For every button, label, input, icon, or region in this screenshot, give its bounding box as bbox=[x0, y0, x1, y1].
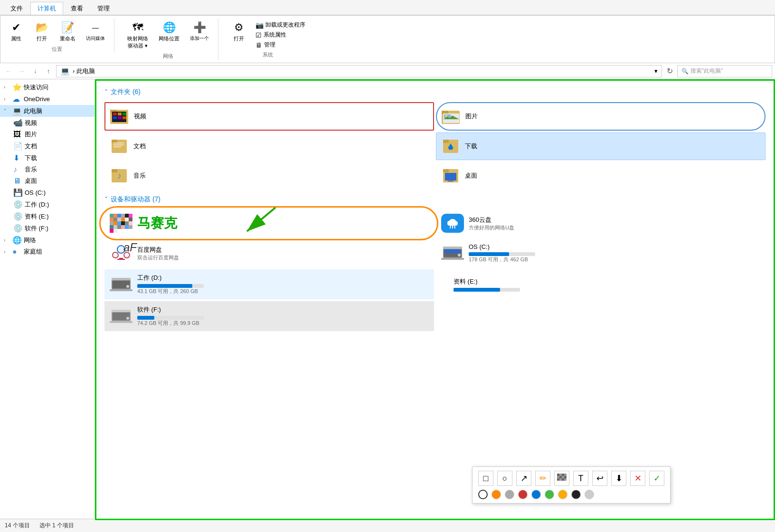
svg-rect-89 bbox=[559, 478, 562, 481]
svg-rect-3 bbox=[113, 113, 117, 115]
sidebar-item-pictures[interactable]: 🖼 图片 bbox=[0, 129, 95, 140]
svg-rect-40 bbox=[113, 218, 117, 221]
mosaic-tool-btn[interactable] bbox=[554, 471, 569, 486]
drive-item-baidu[interactable]: 百度网盘 双击运行百度网盘 bbox=[104, 239, 434, 267]
tab-manage[interactable]: 管理 bbox=[91, 2, 116, 15]
color-gray[interactable] bbox=[505, 490, 514, 499]
ribbon-btn-open-settings[interactable]: ⚙ 打开 bbox=[228, 19, 250, 44]
drive-item-masaike[interactable]: 马赛克 bbox=[104, 209, 434, 237]
ribbon: 文件 计算机 查看 管理 ✔ 属性 📂 打开 📝 重命名 bbox=[0, 0, 775, 63]
nav-parent[interactable]: ↑ bbox=[43, 66, 54, 77]
nav-back[interactable]: ← bbox=[3, 66, 14, 77]
ribbon-tabs-bar: 文件 计算机 查看 管理 bbox=[0, 0, 775, 15]
download-tool-btn[interactable]: ⬇ bbox=[611, 471, 626, 486]
tab-computer[interactable]: 计算机 bbox=[30, 2, 63, 15]
sidebar-item-software-f[interactable]: 💿 软件 (F:) bbox=[0, 222, 95, 234]
color-red[interactable] bbox=[518, 490, 528, 499]
devices-title: 设备和驱动器 (7) bbox=[111, 195, 161, 204]
svg-rect-50 bbox=[129, 221, 132, 225]
text-tool-btn[interactable]: T bbox=[573, 471, 588, 486]
sidebar-item-quick-access[interactable]: › ⭐ 快速访问 bbox=[0, 81, 95, 93]
arrow-tool-btn[interactable]: ↗ bbox=[516, 471, 531, 486]
color-green[interactable] bbox=[545, 490, 554, 499]
color-blue[interactable] bbox=[531, 490, 541, 499]
pictures-folder-icon: 🖼 bbox=[13, 130, 23, 139]
search-icon: 🔍 bbox=[681, 68, 689, 75]
file-item-music[interactable]: ♪ 音乐 bbox=[104, 162, 434, 190]
svg-rect-68 bbox=[441, 258, 464, 260]
sidebar-item-music[interactable]: ♪ 音乐 bbox=[0, 164, 95, 175]
address-dropdown-icon[interactable]: ▾ bbox=[654, 67, 658, 75]
devices-section-header[interactable]: ˅ 设备和驱动器 (7) bbox=[104, 195, 766, 204]
drive-item-os-c[interactable]: OS (C:) 178 GB 可用，共 462 GB bbox=[436, 239, 766, 267]
ribbon-btn-properties[interactable]: ✔ 属性 bbox=[5, 19, 27, 44]
ribbon-btn-map-drive[interactable]: 🗺 映射网络 驱动器 ▾ bbox=[124, 19, 151, 51]
disk-c-drive-icon bbox=[441, 244, 464, 263]
refresh-button[interactable]: ↻ bbox=[664, 66, 675, 77]
svg-rect-56 bbox=[129, 225, 132, 229]
sidebar-item-desktop[interactable]: 🖥 桌面 bbox=[0, 175, 95, 187]
sidebar-item-downloads[interactable]: ⬇ 下载 bbox=[0, 152, 95, 164]
color-orange[interactable] bbox=[491, 490, 501, 499]
sidebar-label-quick: 快速访问 bbox=[24, 83, 91, 92]
svg-rect-33 bbox=[110, 214, 113, 218]
file-item-documents[interactable]: 文档 bbox=[104, 133, 434, 160]
sidebar-label-downloads: 下载 bbox=[25, 154, 91, 162]
color-yellow[interactable] bbox=[558, 490, 567, 499]
sidebar-item-os-c[interactable]: 💾 OS (C:) bbox=[0, 187, 95, 199]
softf-info: 软件 (F:) 74.2 GB 可用，共 99.9 GB bbox=[137, 305, 429, 327]
svg-rect-52 bbox=[113, 225, 117, 229]
svg-rect-69 bbox=[443, 247, 462, 249]
undo-tool-btn[interactable]: ↩ bbox=[592, 471, 607, 486]
drive-item-work-d[interactable]: 工作 (D:) 43.1 GB 可用，共 260 GB bbox=[104, 269, 434, 299]
color-black[interactable] bbox=[571, 490, 581, 499]
drive-item-360cloud[interactable]: 360云盘 方便好用的网络U盘 bbox=[436, 209, 766, 237]
nav-up[interactable]: ↓ bbox=[29, 66, 41, 77]
ribbon-btn-access-media[interactable]: ― 访问媒体 bbox=[83, 19, 108, 43]
svg-rect-78 bbox=[110, 321, 132, 323]
drive-item-software-f[interactable]: 软件 (F:) 74.2 GB 可用，共 99.9 GB bbox=[104, 301, 434, 331]
drive-item-data-e[interactable]: 资料 (E:) bbox=[436, 269, 766, 299]
folders-section-header[interactable]: ˅ 文件夹 (6) bbox=[104, 88, 766, 96]
ribbon-btn-rename[interactable]: 📝 重命名 bbox=[57, 19, 79, 44]
ribbon-btn-add-location[interactable]: ➕ 添加一个 bbox=[187, 19, 212, 43]
cancel-tool-btn[interactable]: ✕ bbox=[630, 471, 645, 486]
sidebar-item-onedrive[interactable]: › ☁ OneDrive bbox=[0, 93, 95, 105]
sidebar-item-videos[interactable]: 📹 视频 bbox=[0, 117, 95, 129]
file-item-desktop[interactable]: 桌面 bbox=[436, 162, 766, 190]
ribbon-item-uninstall[interactable]: 📷 卸载或更改程序 bbox=[254, 20, 307, 29]
baidu-sub: 双击运行百度网盘 bbox=[137, 254, 429, 261]
svg-rect-8 bbox=[123, 116, 126, 119]
sidebar-item-work-d[interactable]: 💿 工作 (D:) bbox=[0, 199, 95, 210]
ribbon-btn-open[interactable]: 📂 打开 bbox=[31, 19, 53, 44]
pen-tool-btn[interactable]: ✏ bbox=[535, 471, 550, 486]
properties-icon: ✔ bbox=[9, 20, 24, 35]
address-path: 此电脑 bbox=[76, 67, 95, 76]
datae-bar bbox=[454, 288, 500, 292]
nav-forward[interactable]: → bbox=[16, 66, 28, 77]
tab-file[interactable]: 文件 bbox=[4, 2, 29, 15]
sidebar-item-documents[interactable]: 📄 文档 bbox=[0, 140, 95, 152]
sidebar-item-network[interactable]: › 🌐 网络 bbox=[0, 234, 95, 246]
color-white[interactable] bbox=[478, 490, 488, 499]
search-input[interactable]: 🔍 搜索"此电脑" bbox=[677, 65, 772, 77]
ribbon-btn-network-location[interactable]: 🌐 网络位置 bbox=[155, 19, 183, 44]
sidebar-item-this-pc[interactable]: ˅ 💻 此电脑 bbox=[0, 105, 95, 117]
sidebar-item-data-e[interactable]: 💿 资料 (E:) bbox=[0, 210, 95, 222]
ribbon-item-system-props[interactable]: ☑ 系统属性 bbox=[254, 30, 307, 39]
file-item-pictures[interactable]: 图片 bbox=[436, 102, 766, 131]
color-lightgray[interactable] bbox=[585, 490, 594, 499]
ribbon-item-manage[interactable]: 🖥 管理 bbox=[254, 40, 307, 49]
workd-bar bbox=[137, 284, 192, 288]
addressbar: ← → ↓ ↑ 💻 › 此电脑 ▾ ↻ 🔍 搜索"此电脑" bbox=[0, 63, 775, 79]
rect-tool-btn[interactable]: □ bbox=[478, 471, 493, 486]
confirm-tool-btn[interactable]: ✓ bbox=[649, 471, 664, 486]
file-item-downloads[interactable]: 下载 bbox=[436, 133, 766, 160]
sidebar-label-desktop: 桌面 bbox=[25, 177, 91, 185]
address-input[interactable]: 💻 › 此电脑 ▾ bbox=[56, 65, 662, 77]
disk-f-icon: 💿 bbox=[13, 224, 23, 233]
tab-view[interactable]: 查看 bbox=[64, 2, 90, 15]
file-item-videos[interactable]: 视频 bbox=[104, 102, 434, 131]
sidebar-item-homegroup[interactable]: › ● 家庭组 bbox=[0, 246, 95, 257]
circle-tool-btn[interactable]: ○ bbox=[497, 471, 512, 486]
